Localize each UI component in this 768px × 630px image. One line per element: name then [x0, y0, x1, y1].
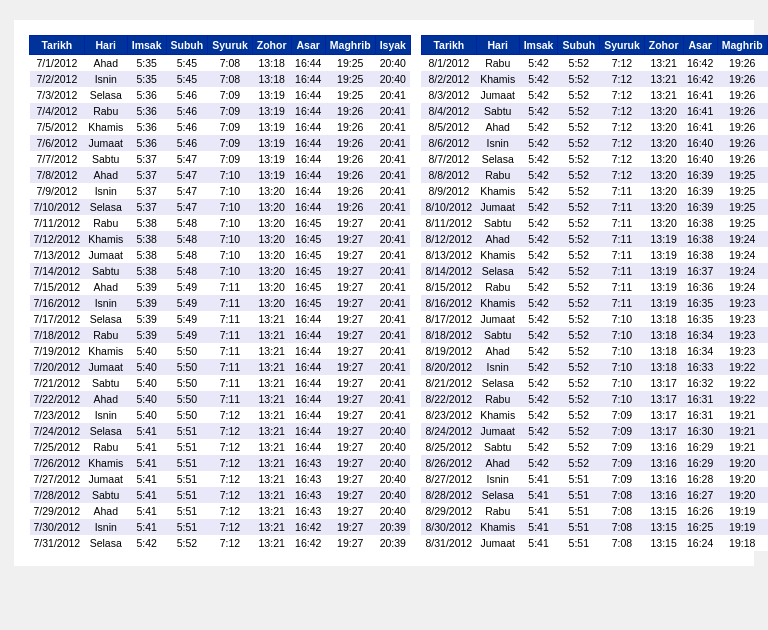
table-cell: 13:21: [252, 423, 291, 439]
table-cell: 19:25: [717, 183, 767, 199]
table-cell: 19:27: [325, 327, 375, 343]
table-cell: 8/2/2012: [421, 71, 476, 87]
table-row: 8/4/2012Sabtu5:425:527:1213:2016:4119:26…: [421, 103, 768, 119]
table-cell: Jumaat: [476, 199, 519, 215]
table-cell: 20:41: [375, 263, 410, 279]
table-cell: 7/10/2012: [30, 199, 85, 215]
table-cell: 19:25: [325, 55, 375, 72]
table-cell: 5:51: [166, 439, 208, 455]
table-row: 8/3/2012Jumaat5:425:527:1213:2116:4119:2…: [421, 87, 768, 103]
table-cell: 20:41: [375, 311, 410, 327]
table-cell: Rabu: [84, 103, 127, 119]
table-cell: 16:40: [683, 135, 717, 151]
table-cell: 5:47: [166, 167, 208, 183]
table-cell: 7:09: [208, 151, 253, 167]
table-cell: 16:45: [291, 263, 325, 279]
table-cell: 7:11: [600, 263, 645, 279]
table-cell: 8/14/2012: [421, 263, 476, 279]
table-cell: 5:52: [558, 375, 600, 391]
table-cell: 5:52: [558, 359, 600, 375]
table-cell: 13:19: [252, 87, 291, 103]
table-cell: 16:44: [291, 103, 325, 119]
table-cell: 7:10: [600, 391, 645, 407]
table-cell: 5:41: [127, 439, 166, 455]
table-cell: 13:21: [644, 55, 683, 72]
table-cell: Rabu: [84, 439, 127, 455]
table-cell: 5:41: [127, 423, 166, 439]
table-cell: 5:36: [127, 135, 166, 151]
table-cell: 5:39: [127, 311, 166, 327]
table-cell: 7:12: [600, 151, 645, 167]
table-cell: 16:42: [683, 71, 717, 87]
table-cell: 19:27: [325, 487, 375, 503]
table-cell: 13:20: [252, 199, 291, 215]
table-cell: 19:27: [325, 535, 375, 551]
table-cell: 20:40: [375, 55, 410, 72]
table-cell: 20:40: [375, 439, 410, 455]
table-cell: 13:21: [252, 487, 291, 503]
table-cell: 13:21: [252, 327, 291, 343]
table-cell: Isnin: [84, 407, 127, 423]
table-cell: 16:41: [683, 119, 717, 135]
table-cell: 5:41: [127, 471, 166, 487]
table-cell: 13:20: [252, 295, 291, 311]
table-cell: 16:45: [291, 215, 325, 231]
col-imsak-2: Imsak: [519, 36, 558, 55]
table-august-header: Tarikh Hari Imsak Subuh Syuruk Zohor Asa…: [421, 36, 768, 55]
table-cell: 5:45: [166, 71, 208, 87]
table-row: 8/2/2012Khamis5:425:527:1213:2116:4219:2…: [421, 71, 768, 87]
table-cell: Selasa: [84, 311, 127, 327]
table-cell: 7:08: [600, 535, 645, 551]
table-cell: 5:42: [519, 343, 558, 359]
table-cell: Rabu: [476, 391, 519, 407]
table-row: 7/16/2012Isnin5:395:497:1113:2016:4519:2…: [30, 295, 411, 311]
table-cell: 13:18: [644, 311, 683, 327]
table-cell: Ahad: [84, 279, 127, 295]
table-cell: 7/3/2012: [30, 87, 85, 103]
table-row: 7/7/2012Sabtu5:375:477:0913:1916:4419:26…: [30, 151, 411, 167]
table-cell: 19:25: [717, 215, 767, 231]
table-cell: 5:38: [127, 263, 166, 279]
table-row: 8/10/2012Jumaat5:425:527:1113:2016:3919:…: [421, 199, 768, 215]
table-cell: 16:41: [683, 87, 717, 103]
table-cell: 7:08: [208, 71, 253, 87]
col-syuruk-1: Syuruk: [208, 36, 253, 55]
table-cell: 16:36: [683, 279, 717, 295]
table-cell: 13:17: [644, 423, 683, 439]
table-cell: 7/20/2012: [30, 359, 85, 375]
table-row: 8/28/2012Selasa5:415:517:0813:1616:2719:…: [421, 487, 768, 503]
table-cell: 13:20: [644, 119, 683, 135]
table-cell: 20:41: [375, 151, 410, 167]
table-cell: 5:49: [166, 295, 208, 311]
table-cell: 7:11: [600, 231, 645, 247]
col-subuh-2: Subuh: [558, 36, 600, 55]
table-cell: 19:22: [717, 375, 767, 391]
table-cell: 7:10: [208, 215, 253, 231]
table-cell: 19:26: [325, 151, 375, 167]
table-cell: 20:40: [375, 471, 410, 487]
table-cell: 19:26: [717, 151, 767, 167]
table-cell: 5:42: [519, 295, 558, 311]
table-cell: 16:31: [683, 391, 717, 407]
col-asar-1: Asar: [291, 36, 325, 55]
table-cell: 13:20: [644, 183, 683, 199]
table-cell: 20:41: [375, 119, 410, 135]
table-cell: 16:44: [291, 375, 325, 391]
table-cell: 5:40: [127, 359, 166, 375]
table-cell: 7/18/2012: [30, 327, 85, 343]
table-cell: 13:16: [644, 487, 683, 503]
table-cell: Khamis: [84, 455, 127, 471]
table-cell: 7:12: [600, 55, 645, 72]
tables-wrapper: Tarikh Hari Imsak Subuh Syuruk Zohor Asa…: [29, 35, 739, 551]
table-cell: 16:44: [291, 343, 325, 359]
table-cell: 7:12: [208, 439, 253, 455]
table-cell: 20:41: [375, 87, 410, 103]
table-row: 7/30/2012Isnin5:415:517:1213:2116:4219:2…: [30, 519, 411, 535]
table-cell: 5:41: [127, 455, 166, 471]
table-cell: 5:47: [166, 151, 208, 167]
table-cell: 20:40: [375, 503, 410, 519]
table-cell: 19:24: [717, 247, 767, 263]
table-cell: 5:42: [519, 423, 558, 439]
table-cell: 20:41: [375, 375, 410, 391]
table-cell: 16:24: [683, 535, 717, 551]
